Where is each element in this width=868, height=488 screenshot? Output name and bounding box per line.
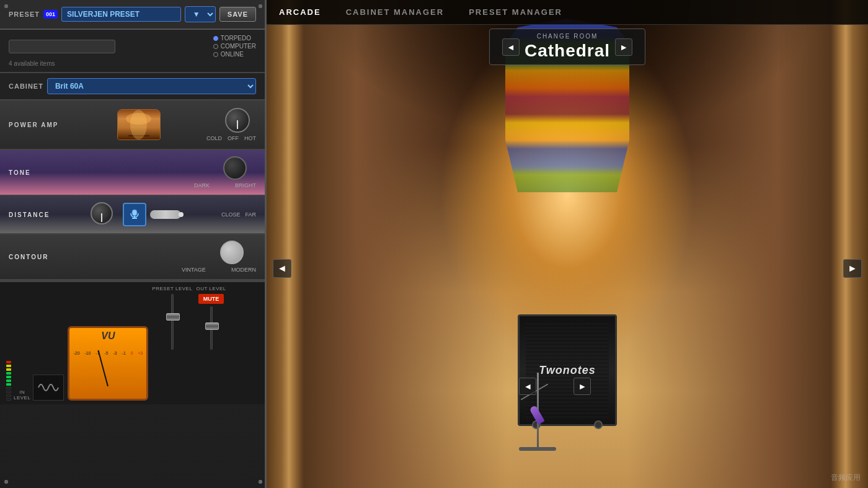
tone-section: TONE DARK BRIGHT	[0, 150, 265, 196]
waveform-panel	[33, 375, 64, 401]
close-label: CLOSE	[221, 211, 241, 218]
modern-label: MODERN	[231, 267, 256, 273]
level-bar-dark4	[6, 398, 11, 401]
preset-name-input[interactable]	[61, 7, 181, 22]
contour-section: CONTOUR VINTAGE MODERN	[0, 234, 265, 280]
distance-labels: CLOSE FAR	[221, 211, 256, 218]
nav-arcade[interactable]: ARCADE	[279, 7, 321, 17]
radio-online-label: ONLINE	[221, 51, 244, 58]
preset-number: 001	[43, 10, 58, 19]
top-nav: ARCADE CABINET MANAGER PRESET MANAGER	[267, 0, 868, 25]
in-level-bars	[6, 361, 11, 401]
search-section: 🔍 TORPEDO COMPUTER ONLINE	[0, 30, 265, 73]
radio-torpedo-label: TORPEDO	[221, 35, 251, 42]
cold-hot-control: COLD OFF HOT	[219, 108, 256, 141]
cabinet-select[interactable]: Brit 60A	[47, 78, 256, 94]
mic-position-arrows: ◄ ►	[519, 378, 591, 395]
prev-room-button[interactable]: ◄	[502, 38, 520, 56]
change-room-row: ◄ CHANGE ROOM Cathedral ►	[502, 33, 632, 61]
contour-control: VINTAGE MODERN	[207, 241, 256, 273]
right-panel: ARCADE CABINET MANAGER PRESET MANAGER ◄ …	[267, 0, 868, 488]
radio-torpedo[interactable]: TORPEDO	[213, 35, 256, 42]
cabinet-brand: Twonotes	[539, 364, 595, 377]
distance-controls	[91, 202, 181, 227]
preset-dropdown[interactable]: ▼	[185, 6, 216, 22]
mic-arrow-left[interactable]: ◄	[519, 378, 536, 395]
out-fader-knob[interactable]	[205, 322, 219, 330]
preset-fader-knob[interactable]	[166, 313, 180, 321]
preset-level-fader[interactable]: PRESET LEVEL	[152, 286, 192, 401]
off-label: OFF	[228, 135, 239, 141]
contour-labels: VINTAGE MODERN	[182, 267, 256, 273]
nav-cabinet-manager[interactable]: CABINET MANAGER	[346, 7, 445, 17]
distance-knob[interactable]	[91, 202, 113, 224]
radio-torpedo-dot	[213, 36, 218, 41]
in-level-label: IN LEVEL	[14, 389, 30, 401]
preset-label: PRESET	[9, 11, 40, 18]
wheel-left	[532, 420, 541, 429]
distance-section: DISTANCE	[0, 196, 265, 234]
search-input[interactable]	[9, 40, 115, 53]
next-room-button[interactable]: ►	[615, 38, 632, 56]
search-row: 🔍 TORPEDO COMPUTER ONLINE	[9, 35, 256, 58]
right-arrow-icon: ►	[848, 263, 857, 274]
nav-preset-manager[interactable]: PRESET MANAGER	[469, 7, 562, 17]
level-bar-dark2	[6, 391, 11, 393]
radio-online-dot	[213, 52, 218, 57]
room-box: ◄ CHANGE ROOM Cathedral ►	[489, 29, 645, 65]
out-fader-rail[interactable]	[210, 306, 213, 350]
power-amp-tube	[117, 109, 161, 140]
radio-online[interactable]: ONLINE	[213, 51, 256, 58]
left-arrow-icon: ◄	[277, 263, 287, 274]
radio-computer[interactable]: COMPUTER	[213, 43, 256, 50]
in-level-fader: IN LEVEL	[14, 389, 30, 401]
cabinet-brand-area: Twonotes	[539, 364, 595, 377]
level-bar-green4	[6, 383, 11, 386]
contour-label: CONTOUR	[9, 254, 48, 260]
room-info: CHANGE ROOM Cathedral	[525, 33, 610, 61]
save-button[interactable]: SAVE	[219, 7, 256, 22]
cabinet-label: CABINET	[9, 82, 43, 90]
tone-knob-labels: DARK BRIGHT	[194, 182, 256, 189]
mic-arrow-right[interactable]: ►	[574, 378, 591, 395]
preset-fader-rail[interactable]	[171, 294, 174, 350]
out-level-section: OUT LEVEL MUTE	[196, 286, 226, 401]
mic-position-icon[interactable]	[123, 203, 146, 226]
level-bar-yellow	[6, 365, 11, 367]
level-bar-green3	[6, 379, 11, 382]
power-amp-section: POWER AMP COLD OFF HOT	[0, 100, 265, 150]
contour-knob[interactable]	[220, 241, 244, 264]
radio-computer-dot	[213, 44, 218, 49]
preset-row: PRESET 001 ▼ SAVE	[0, 0, 265, 30]
waveform-icon	[36, 375, 61, 400]
panel-content: PRESET 001 ▼ SAVE 🔍 TORPEDO	[0, 0, 265, 488]
vu-meter: -20 -10 -7 -5 -3 -1 0 +3 VU	[68, 326, 148, 401]
level-bar-dark1	[6, 387, 11, 389]
cold-label: COLD	[206, 135, 222, 141]
change-room-label: CHANGE ROOM	[525, 33, 610, 40]
watermark: 音频应用	[831, 472, 861, 483]
room-name: Cathedral	[525, 41, 610, 61]
cold-hot-labels: COLD OFF HOT	[206, 135, 256, 141]
side-arrow-right-button[interactable]: ►	[843, 259, 862, 278]
mute-button[interactable]: MUTE	[198, 294, 224, 304]
level-bar-dark3	[6, 394, 11, 397]
search-wrapper: 🔍	[9, 40, 208, 53]
left-panel: PRESET 001 ▼ SAVE 🔍 TORPEDO	[0, 0, 267, 488]
chassis-left: IN LEVEL	[6, 286, 64, 401]
level-bar-red	[6, 361, 11, 363]
far-label: FAR	[245, 211, 256, 218]
tone-control: DARK BRIGHT	[213, 156, 256, 189]
hot-label: HOT	[244, 135, 256, 141]
tone-label: TONE	[9, 169, 31, 176]
cold-hot-knob[interactable]	[225, 108, 250, 133]
bright-label: BRIGHT	[235, 182, 256, 189]
source-radio-group: TORPEDO COMPUTER ONLINE	[213, 35, 256, 58]
side-arrow-left-button[interactable]: ◄	[273, 259, 291, 278]
dark-label: DARK	[194, 182, 210, 189]
tone-knob[interactable]	[223, 156, 247, 180]
mixer-chassis: IN LEVEL -20 -10 -7 -5 -3 -1 0	[0, 280, 265, 404]
power-amp-label: POWER AMP	[9, 122, 58, 128]
radio-computer-label: COMPUTER	[221, 43, 256, 50]
available-items-label: 4 available items	[9, 60, 256, 67]
